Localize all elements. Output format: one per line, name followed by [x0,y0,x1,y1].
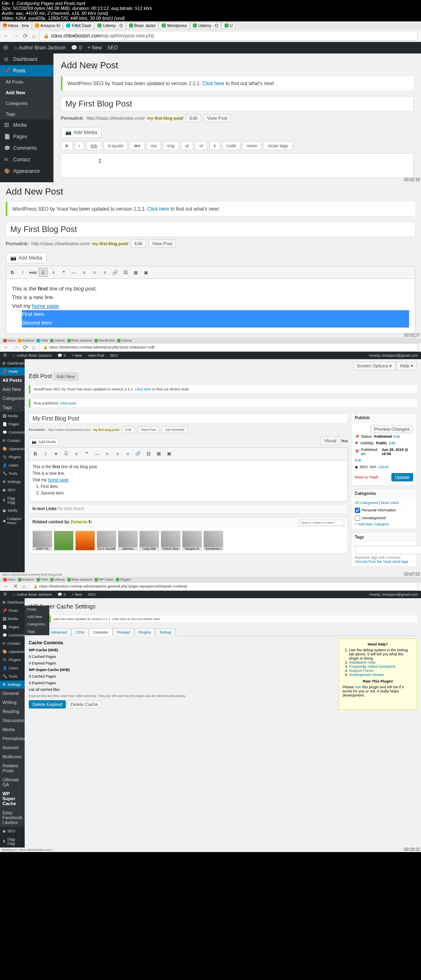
bookmarks-bar[interactable]: Inbox Amazon Fitbit Udemy Brian Jackson … [0,577,421,583]
italic-icon[interactable]: I [18,268,27,277]
num-list-icon[interactable]: ≡ [49,268,58,277]
forward-icon[interactable]: → [13,33,19,39]
visual-tab[interactable]: Visual [320,437,340,445]
menu-contact[interactable]: ✉Contact [0,154,53,165]
howdy[interactable]: Howdy, brianjaxn@gmail.com [369,353,418,358]
bquote-button[interactable]: b-quote [104,141,128,150]
screen-options-button[interactable]: Screen Options ▾ [353,362,396,370]
li-button[interactable]: li [209,141,220,150]
menu-pages[interactable]: 📄Pages [0,131,53,142]
reload-icon[interactable]: ⟳ [23,33,28,39]
new-link[interactable]: + New [88,45,102,51]
close-tags-button[interactable]: close tags [263,141,293,150]
address-bar[interactable]: 🔒 class.chloeboston.com/wp-admin/post-ne… [39,31,418,41]
delete-expired-button[interactable]: Delete Expired [29,700,66,708]
submenu-all-posts[interactable]: All Posts [0,77,53,87]
post-title-input[interactable] [29,413,348,424]
tab-advanced[interactable]: Advanced [46,628,72,636]
notice-link[interactable]: Click here [202,81,224,86]
bookmarks-bar[interactable]: Inbox Amazon Fitbit Udemy Brian Jackson … [0,338,421,344]
align-left-icon[interactable]: ≡ [80,268,89,277]
update-button[interactable]: Update [391,473,413,481]
post-title-input[interactable] [61,96,414,111]
permalink-edit-button[interactable]: Edit [131,239,146,248]
tags-input[interactable] [355,546,421,554]
tab-cdn[interactable]: CDN [72,628,89,636]
link-button[interactable]: link [86,141,102,150]
wp-logo-icon[interactable]: ⓦ [3,44,8,51]
unlink-icon[interactable]: ⛓ [121,268,130,277]
trash-link[interactable]: Move to Trash [355,475,378,479]
del-button[interactable]: del [130,141,145,150]
list-item[interactable]: First item. [22,310,409,319]
search-related-input[interactable] [299,520,344,526]
menu-media[interactable]: 🖼Media [0,119,53,131]
add-media-button[interactable]: 📷 Add Media [29,438,59,446]
submenu-categories[interactable]: Categories [0,98,53,109]
ins-button[interactable]: ins [146,141,161,150]
tab-debug[interactable]: Debug [155,628,176,636]
page-title: Add New Post [61,60,414,71]
home-icon[interactable]: ⌂ [32,33,35,39]
bold-icon[interactable]: B [8,268,17,277]
tab-plugins[interactable]: Plugins [134,628,156,636]
tab-contents[interactable]: Contents [89,628,113,636]
submenu-tags[interactable]: Tags [0,109,53,119]
menu-dashboard[interactable]: ⊞ Dashboard [0,359,25,367]
reload-icon[interactable]: ⟳ [23,344,28,351]
visual-editor[interactable]: This is the first line of my blog post. … [6,279,415,334]
bold-button[interactable]: b [61,141,73,150]
italic-button[interactable]: i [74,141,84,150]
align-center-icon[interactable]: ≡ [90,268,99,277]
site-link[interactable]: ⌂ Author Brian Jackson [14,45,65,51]
help-button[interactable]: Help ▾ [396,362,417,370]
strike-icon[interactable]: ᴀʙᴄ [28,268,37,277]
home-icon[interactable]: ⌂ [32,344,35,351]
link-icon[interactable]: 🔗 [111,268,120,277]
editor-textarea[interactable]: I [61,153,414,178]
img-button[interactable]: img [163,141,179,150]
add-media-button[interactable]: 📷Add Media [6,253,46,263]
view-post-link[interactable]: View post [60,401,76,405]
back-icon[interactable]: ← [3,344,9,351]
back-icon[interactable]: ← [3,33,9,39]
wp-admin-bar[interactable]: ⓦ ⌂ Author Brian Jackson 💬 0 + New SEO [0,42,421,53]
more-icon[interactable]: ▦ [131,268,140,277]
posts-flyout[interactable]: Posts Add New Categories Tags [25,606,49,635]
submenu-add-new[interactable]: Add New [0,87,53,98]
add-new-button[interactable]: Add New [53,372,79,381]
post-title-input[interactable] [6,222,415,237]
preview-button[interactable]: Preview Changes [370,425,413,433]
permalink-edit-button[interactable]: Edit [186,114,201,122]
delete-cache-button[interactable]: Delete Cache [67,700,102,708]
menu-posts[interactable]: 📌 Posts [0,367,25,376]
menu-comments[interactable]: 💬Comments [0,142,53,154]
align-right-icon[interactable]: ≡ [100,268,109,277]
ol-button[interactable]: ol [195,141,208,150]
comments-link[interactable]: 💬 0 [71,45,82,51]
view-post-button[interactable]: View Post [148,239,176,248]
toolbar-toggle-icon[interactable]: ▣ [141,268,150,277]
bullet-list-icon[interactable]: ☰ [39,268,48,277]
ul-button[interactable]: ul [181,141,194,150]
hr-icon[interactable]: — [69,268,79,277]
notice-link[interactable]: Click here [147,206,169,212]
address-bar[interactable]: 🔒 class.chloeboston.com/wp-admin/options… [30,582,418,590]
text-tab[interactable]: Text [341,439,348,443]
forward-icon[interactable]: → [13,344,19,351]
menu-dashboard[interactable]: ⊞Dashboard [0,53,53,65]
list-item[interactable]: Second item. [22,319,409,327]
seo-link[interactable]: SEO [107,45,118,51]
add-category-link[interactable]: + Add New Category [355,522,389,526]
view-post-button[interactable]: View Post [204,114,231,122]
tab-preload[interactable]: Preload [113,628,134,636]
browser-tabs[interactable]: Inbox - bria Amazon Ki Fitbit Dash Udemy… [0,21,421,30]
quote-icon[interactable]: ❝ [59,268,68,277]
more-button[interactable]: more [242,141,261,150]
address-bar[interactable]: 🔒 class.chloeboston.com/wp-admin/post.ph… [39,343,418,351]
list-cached-link[interactable]: List all cached files [29,687,60,692]
code-button[interactable]: code [222,141,241,150]
menu-appearance[interactable]: 🎨Appearance [0,165,53,177]
add-media-button[interactable]: 📷Add Media [61,127,102,138]
menu-posts[interactable]: 📌Posts [0,65,53,77]
